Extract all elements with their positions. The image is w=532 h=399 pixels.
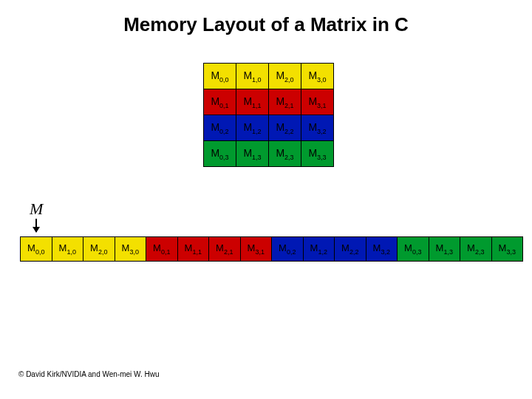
matrix-cell: M1,1 [236,89,269,115]
matrix-cell: M1,0 [236,64,269,89]
cell-sub: 3,1 [317,101,327,109]
matrix-cell: M2,3 [269,141,301,167]
matrix-cell: M1,3 [236,141,269,167]
cell-sub: 0,3 [412,248,422,256]
cell-sub: 0,1 [161,248,171,256]
linear-cell: M2,0 [83,237,115,262]
linear-cell: M2,3 [460,237,492,262]
linear-cell: M3,0 [115,237,146,262]
cell-sub: 0,1 [219,101,229,109]
cell-sub: 1,0 [66,248,76,256]
matrix-cell: M3,1 [301,89,334,115]
cell-sub: 3,2 [317,127,327,134]
cell-sub: 1,3 [443,248,453,256]
cell-sub: 3,1 [255,248,265,256]
cell-sub: 0,0 [219,75,229,83]
cell-sub: 2,0 [98,248,108,256]
cell-sub: 1,1 [192,248,202,256]
cell-sub: 1,2 [252,127,262,134]
page-title: Memory Layout of a Matrix in C [0,13,532,36]
cell-sub: 3,2 [381,248,390,256]
matrix-cell: M0,0 [204,64,236,89]
cell-sub: 0,2 [287,248,296,256]
matrix-grid: M0,0 M1,0 M2,0 M3,0 M0,1 M1,1 M2,1 M3,1 … [203,63,334,167]
cell-sub: 2,3 [284,153,294,160]
cell-sub: 2,1 [284,101,294,109]
matrix-cell: M3,2 [301,115,334,141]
matrix-cell: M2,1 [269,89,301,115]
cell-sub: 3,0 [317,75,327,83]
linear-cell: M0,3 [398,237,429,262]
matrix-cell: M0,1 [204,89,236,115]
cell-sub: 1,0 [252,75,262,83]
linear-cell: M1,3 [429,237,460,262]
cell-sub: 1,3 [252,153,262,160]
linear-cell: M1,1 [177,237,209,262]
cell-sub: 0,2 [219,127,229,134]
cell-sub: 2,2 [284,127,294,134]
copyright-footer: © David Kirk/NVIDIA and Wen-mei W. Hwu [18,370,160,378]
linear-memory-row: M0,0 M1,0 M2,0 M3,0 M0,1 M1,1 M2,1 M3,1 … [20,236,523,262]
cell-sub: 0,0 [35,248,45,256]
linear-cell: M3,1 [240,237,272,262]
linear-cell: M0,2 [272,237,304,262]
linear-cell: M2,2 [335,237,366,262]
cell-sub: 3,3 [317,153,327,160]
matrix-cell: M2,2 [269,115,301,141]
cell-sub: 3,0 [129,248,139,256]
linear-cell: M1,0 [52,237,83,262]
cell-sub: 1,2 [318,248,327,256]
matrix-cell: M3,3 [301,141,334,167]
linear-cell: M3,2 [366,237,398,262]
linear-cell: M1,2 [303,237,335,262]
cell-sub: 2,1 [224,248,233,256]
cell-sub: 1,1 [252,101,262,109]
cell-sub: 2,2 [349,248,359,256]
linear-cell: M0,1 [146,237,178,262]
cell-sub: 0,3 [219,153,229,160]
matrix-cell: M1,2 [236,115,269,141]
cell-sub: 3,3 [506,248,516,256]
linear-cell: M2,1 [209,237,241,262]
pointer-label: M [30,200,43,219]
cell-sub: 2,0 [284,75,294,83]
cell-sub: 2,3 [475,248,485,256]
matrix-cell: M0,3 [204,141,236,167]
linear-cell: M3,3 [491,237,523,262]
down-arrow-icon [35,219,37,232]
matrix-cell: M0,2 [204,115,236,141]
matrix-cell: M3,0 [301,64,334,89]
slide: Memory Layout of a Matrix in C M0,0 M1,0… [0,0,532,399]
matrix-cell: M2,0 [269,64,301,89]
linear-cell: M0,0 [21,237,52,262]
